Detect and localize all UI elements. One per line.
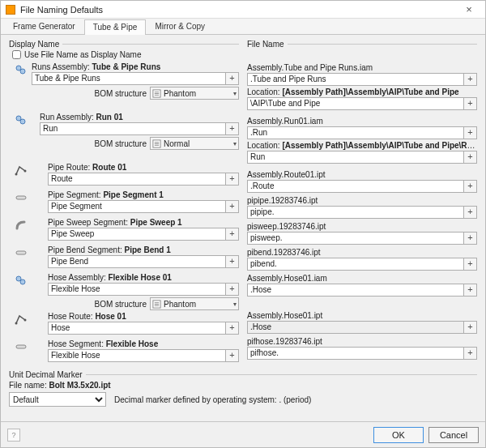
svg-point-1 [20, 69, 25, 74]
dialog-footer: ? OK Cancel [1, 421, 485, 447]
bom-structure-label: BOM structure [95, 139, 147, 148]
svg-rect-24 [16, 345, 26, 348]
display-name-field[interactable]: Pipe Bend [48, 255, 226, 268]
add-token-button[interactable]: + [226, 228, 239, 241]
file-name-field[interactable]: .Run [247, 126, 464, 139]
file-name-field[interactable]: .Tube and Pipe Runs [247, 73, 464, 86]
file-name-field: .Hose [247, 321, 464, 334]
bom-structure-label: BOM structure [95, 89, 147, 98]
svg-point-12 [15, 173, 18, 176]
display-label: Run Assembly: Run 01 [40, 113, 239, 122]
display-name-field[interactable]: Tube & Pipe Runs [32, 72, 226, 85]
help-button[interactable]: ? [7, 429, 20, 442]
display-label: Runs Assembly: Tube & Pipe Runs [32, 62, 239, 71]
asm-icon [14, 63, 28, 76]
add-token-button[interactable]: + [464, 126, 477, 139]
file-name-row: pibend.19283746.ipt pibend. + [247, 248, 477, 271]
display-name-field[interactable]: Flexible Hose [48, 349, 226, 362]
add-token-button[interactable]: + [464, 347, 477, 360]
decimal-marker-select[interactable]: Default [9, 392, 106, 407]
display-label: Pipe Route: Route 01 [48, 163, 239, 172]
add-token-button[interactable]: + [226, 200, 239, 213]
file-name-row: Location: [Assembly Path]\Assembly\AIP\T… [247, 141, 477, 164]
add-token-button[interactable]: + [226, 349, 239, 362]
add-token-button[interactable]: + [464, 258, 477, 271]
add-token-button[interactable]: + [226, 255, 239, 268]
bom-structure-select[interactable]: Phantom ▾ [150, 297, 239, 310]
bom-icon [152, 300, 161, 309]
cancel-button[interactable]: Cancel [428, 427, 479, 443]
seg-icon [14, 340, 28, 353]
file-name-label: Assembly.Run01.iam [247, 117, 477, 126]
add-token-button[interactable]: + [226, 283, 239, 296]
display-name-field[interactable]: Flexible Hose [48, 283, 226, 296]
add-token-button[interactable]: + [464, 180, 477, 193]
add-token-button[interactable]: + [464, 97, 477, 110]
file-name-label: Location: [Assembly Path]\Assembly\AIP\T… [247, 87, 477, 96]
add-token-button[interactable]: + [464, 232, 477, 245]
display-name-field[interactable]: Pipe Segment [48, 200, 226, 213]
svg-point-22 [15, 322, 18, 325]
display-label: Hose Assembly: Flexible Hose 01 [48, 273, 239, 282]
display-row: Hose Route: Hose 01 Hose + [9, 312, 239, 338]
bom-structure-select[interactable]: Phantom ▾ [150, 87, 239, 100]
decimal-file-name-value: Bolt M3.5x20.ipt [49, 381, 110, 390]
bom-structure-label: BOM structure [95, 300, 147, 309]
use-file-name-input[interactable] [12, 50, 21, 59]
ok-button[interactable]: OK [373, 427, 424, 443]
app-icon [6, 5, 15, 15]
file-name-label: pibend.19283746.ipt [247, 248, 477, 257]
file-name-column: File Name Assembly.Tube and Pipe Runs.ia… [247, 40, 477, 367]
add-token-button[interactable]: + [226, 72, 239, 85]
display-row: Pipe Route: Route 01 Route + [9, 163, 239, 189]
tab-bar: Frame Generator Tube & Pipe Mirror & Cop… [1, 19, 485, 35]
close-button[interactable]: × [458, 3, 480, 15]
file-name-field[interactable]: pipipe. [247, 206, 464, 219]
file-name-field[interactable]: pibend. [247, 258, 464, 271]
display-label: Pipe Sweep Segment: Pipe Sweep 1 [48, 218, 239, 227]
add-token-button[interactable]: + [464, 73, 477, 86]
tab-mirror-and-copy[interactable]: Mirror & Copy [146, 19, 214, 34]
bom-icon [152, 89, 161, 98]
tab-tube-and-pipe[interactable]: Tube & Pipe [84, 19, 147, 35]
svg-rect-15 [16, 251, 26, 254]
display-name-field[interactable]: Run [40, 122, 226, 135]
file-name-field[interactable]: .Route [247, 180, 464, 193]
display-row: Hose Segment: Flexible Hose Flexible Hos… [9, 339, 239, 365]
display-row: Pipe Segment: Pipe Segment 1 Pipe Segmen… [9, 190, 239, 216]
route-icon [14, 164, 28, 177]
file-name-row: Assembly.Route01.ipt .Route + [247, 170, 477, 193]
decimal-marker-group-label: Unit Decimal Marker [9, 370, 83, 379]
display-name-field[interactable]: Pipe Sweep [48, 228, 226, 241]
file-naming-defaults-dialog: File Naming Defaults × Frame Generator T… [0, 0, 486, 448]
bom-structure-select[interactable]: Normal ▾ [150, 137, 239, 150]
display-row: Hose Assembly: Flexible Hose 01 Flexible… [9, 273, 239, 310]
sweep-icon [14, 219, 28, 232]
add-token-button[interactable]: + [226, 322, 239, 335]
file-name-field[interactable]: .Hose [247, 284, 464, 297]
file-name-row: Assembly.Tube and Pipe Runs.iam .Tube an… [247, 63, 477, 86]
add-token-button[interactable]: + [464, 151, 477, 164]
file-name-label: Assembly.Tube and Pipe Runs.iam [247, 63, 477, 72]
file-name-field[interactable]: pifhose. [247, 347, 464, 360]
tab-frame-generator[interactable]: Frame Generator [4, 19, 84, 34]
use-file-name-checkbox[interactable]: Use File Name as Display Name [12, 50, 239, 59]
file-name-label: pisweep.19283746.ipt [247, 222, 477, 231]
file-name-field[interactable]: Run [247, 151, 464, 164]
file-name-field[interactable]: \AIP\Tube and Pipe [247, 97, 464, 110]
file-name-label: pipipe.19283746.ipt [247, 196, 477, 205]
add-token-button[interactable]: + [464, 321, 477, 334]
file-name-row: Assembly.Hose01.iam .Hose + [247, 274, 477, 297]
add-token-button[interactable]: + [464, 206, 477, 219]
file-name-row: pipipe.19283746.ipt pipipe. + [247, 196, 477, 219]
add-token-button[interactable]: + [464, 284, 477, 297]
unit-decimal-marker-section: Unit Decimal Marker File name: Bolt M3.5… [9, 370, 477, 407]
add-token-button[interactable]: + [226, 122, 239, 135]
display-label: Pipe Bend Segment: Pipe Bend 1 [48, 245, 239, 254]
display-name-field[interactable]: Hose [48, 322, 226, 335]
svg-point-13 [24, 170, 27, 173]
display-name-field[interactable]: Route [48, 173, 226, 186]
file-name-field[interactable]: pisweep. [247, 232, 464, 245]
use-file-name-label: Use File Name as Display Name [24, 50, 142, 59]
add-token-button[interactable]: + [226, 173, 239, 186]
